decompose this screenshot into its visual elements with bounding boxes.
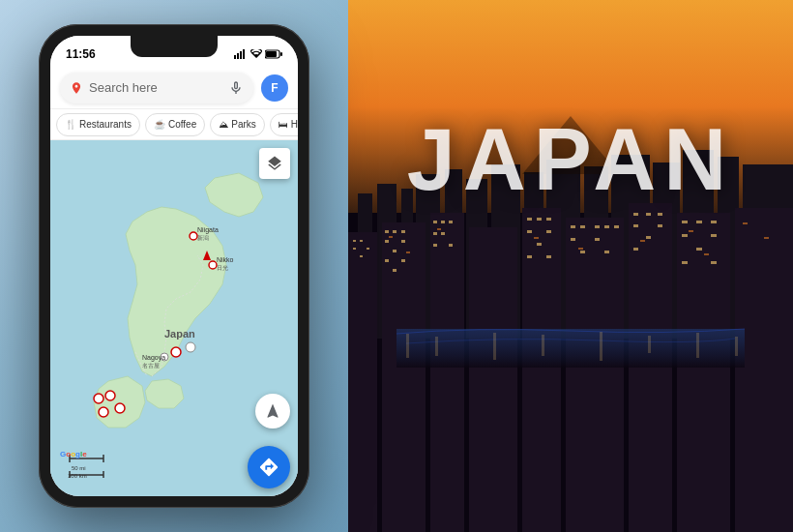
- svg-rect-65: [385, 230, 389, 233]
- svg-rect-131: [735, 337, 738, 356]
- svg-text:Nikko: Nikko: [217, 256, 234, 263]
- svg-rect-109: [711, 234, 717, 237]
- city-skyline-svg: [348, 0, 793, 532]
- svg-text:日光: 日光: [217, 265, 228, 271]
- left-panel: 11:56: [0, 0, 348, 532]
- svg-point-19: [105, 391, 115, 400]
- map-svg: Niigata 新潟 Nikko 日光 Japan Nag: [50, 140, 298, 496]
- svg-rect-128: [600, 332, 602, 361]
- svg-rect-84: [527, 230, 532, 233]
- svg-rect-106: [696, 221, 702, 223]
- svg-point-22: [94, 394, 103, 403]
- svg-rect-3: [243, 49, 245, 59]
- filter-chips: 🍴 Restaurants ☕ Coffee ⛰ Parks 🛏 Hote...: [50, 109, 298, 140]
- svg-rect-122: [764, 237, 769, 239]
- phone-screen: 11:56: [50, 36, 298, 496]
- svg-rect-100: [658, 213, 662, 216]
- svg-rect-58: [677, 213, 730, 532]
- svg-rect-113: [389, 236, 393, 238]
- mic-icon[interactable]: [228, 80, 244, 96]
- map-area[interactable]: Niigata 新潟 Nikko 日光 Japan Nag: [50, 140, 298, 496]
- status-icons: [234, 49, 282, 59]
- svg-rect-59: [735, 208, 793, 532]
- svg-rect-95: [595, 238, 600, 241]
- svg-rect-61: [360, 240, 363, 242]
- svg-point-8: [190, 232, 197, 240]
- svg-rect-103: [646, 236, 651, 239]
- svg-point-20: [115, 403, 125, 413]
- svg-text:名古屋: 名古屋: [142, 363, 160, 369]
- search-input-container[interactable]: Search here: [60, 73, 253, 103]
- directions-icon: [258, 457, 279, 478]
- svg-rect-53: [430, 213, 464, 532]
- svg-rect-54: [469, 227, 517, 532]
- svg-rect-70: [393, 250, 396, 252]
- svg-rect-120: [704, 253, 709, 255]
- avatar[interactable]: F: [261, 74, 288, 102]
- svg-text:Niigata: Niigata: [197, 226, 219, 234]
- svg-rect-77: [433, 232, 437, 235]
- svg-rect-71: [385, 259, 389, 262]
- svg-rect-52: [382, 222, 426, 532]
- svg-point-21: [99, 407, 108, 417]
- svg-rect-5: [266, 51, 277, 57]
- svg-rect-89: [571, 225, 575, 228]
- svg-rect-96: [580, 251, 585, 253]
- svg-point-24: [186, 342, 195, 352]
- svg-text:Nagoya: Nagoya: [142, 354, 165, 362]
- svg-rect-75: [441, 221, 445, 223]
- wifi-icon: [250, 49, 262, 59]
- navigation-icon: [264, 402, 281, 420]
- svg-rect-2: [240, 51, 242, 59]
- svg-rect-102: [658, 224, 662, 227]
- svg-rect-124: [406, 334, 409, 358]
- svg-rect-51: [348, 232, 377, 532]
- battery-icon: [265, 49, 282, 59]
- chip-parks[interactable]: ⛰ Parks: [210, 113, 265, 136]
- svg-point-23: [171, 347, 181, 357]
- map-layers-button[interactable]: [259, 148, 290, 179]
- svg-rect-72: [401, 259, 405, 262]
- chip-coffee[interactable]: ☕ Coffee: [145, 113, 205, 136]
- svg-rect-125: [435, 337, 438, 356]
- svg-rect-62: [353, 248, 356, 250]
- chip-hotels[interactable]: 🛏 Hote...: [270, 113, 298, 136]
- maps-pin-icon: [70, 81, 83, 95]
- svg-point-11: [209, 261, 217, 269]
- svg-rect-92: [604, 225, 609, 228]
- svg-rect-105: [682, 221, 688, 223]
- svg-rect-0: [234, 55, 236, 59]
- svg-rect-99: [646, 213, 651, 216]
- svg-rect-69: [401, 240, 405, 243]
- svg-rect-94: [571, 238, 575, 241]
- svg-rect-108: [682, 234, 688, 237]
- svg-rect-91: [595, 225, 600, 228]
- signal-icon: [234, 49, 248, 59]
- svg-rect-97: [604, 251, 609, 253]
- compass-button[interactable]: [255, 394, 290, 429]
- svg-text:Japan: Japan: [164, 328, 195, 340]
- svg-rect-73: [393, 269, 396, 272]
- svg-text:新潟: 新潟: [197, 234, 209, 241]
- svg-rect-88: [546, 255, 551, 258]
- svg-rect-126: [493, 333, 496, 360]
- svg-rect-60: [353, 240, 356, 242]
- svg-rect-64: [360, 255, 363, 257]
- svg-rect-101: [633, 224, 638, 227]
- chip-restaurants[interactable]: 🍴 Restaurants: [56, 113, 140, 136]
- search-bar[interactable]: Search here F: [50, 67, 298, 109]
- svg-rect-56: [566, 218, 624, 532]
- japan-title: JAPAN: [407, 110, 734, 210]
- svg-rect-116: [534, 237, 539, 239]
- svg-rect-121: [743, 222, 748, 224]
- svg-rect-111: [682, 261, 688, 264]
- svg-rect-123: [396, 329, 745, 368]
- svg-rect-115: [437, 228, 441, 230]
- right-panel: JAPAN: [348, 0, 793, 532]
- svg-rect-79: [433, 244, 437, 247]
- svg-text:100 km: 100 km: [68, 473, 87, 479]
- svg-rect-130: [696, 333, 699, 358]
- svg-rect-74: [433, 221, 437, 223]
- directions-button[interactable]: [248, 446, 290, 488]
- layers-icon: [266, 155, 283, 172]
